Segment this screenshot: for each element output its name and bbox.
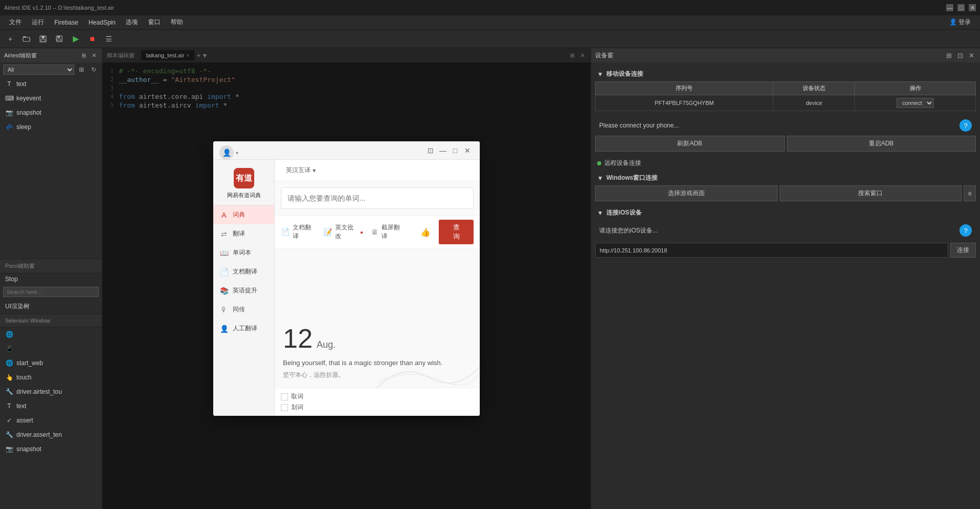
dict-sidebar-translate[interactable]: ⇄ 翻译 bbox=[213, 224, 274, 243]
dict-screen-translate-btn[interactable]: 🖥 截屏翻译 bbox=[371, 223, 404, 241]
select-game-button[interactable]: 选择游戏画面 bbox=[595, 185, 778, 201]
dict-huaci-checkbox[interactable]: 划词 bbox=[281, 403, 474, 412]
svg-rect-3 bbox=[42, 36, 45, 38]
ios-connect-button[interactable]: 连接 bbox=[950, 243, 976, 258]
file-translate-icon: 📄 bbox=[281, 228, 290, 236]
dict-body: 有道 网易有道词典 A 词典 ⇄ 翻译 📖 bbox=[213, 160, 480, 416]
windows-section-collapse[interactable]: ▼ Windows窗口连接 bbox=[595, 171, 976, 185]
device-panel-expand[interactable]: ⊞ bbox=[944, 51, 953, 60]
snapshot-icon: 📷 bbox=[5, 109, 13, 117]
save-button[interactable] bbox=[37, 33, 49, 45]
menu-help[interactable]: 帮助 bbox=[166, 16, 188, 29]
poco-search-input[interactable] bbox=[3, 287, 99, 297]
dict-file-translate-btn[interactable]: 📄 文档翻译 bbox=[281, 223, 315, 241]
dict-actions: 📄 文档翻译 📝 英文批改 ● 🖥 截屏翻译 bbox=[275, 216, 480, 249]
dict-sidebar-cidian[interactable]: A 词典 bbox=[213, 205, 274, 224]
title-bar-left: Airtest IDE v1.2.10 -- D:\test\taikang_t… bbox=[4, 5, 114, 11]
start-web-icon: 🌐 bbox=[5, 359, 13, 367]
maximize-button[interactable]: □ bbox=[957, 4, 965, 11]
airtest-item-text[interactable]: T text bbox=[0, 77, 102, 91]
dict-sidebar-english[interactable]: 📚 英语提升 bbox=[213, 281, 274, 300]
dict-sidebar-human-translate[interactable]: 👤 人工翻译 bbox=[213, 319, 274, 338]
dict-minimize-button[interactable]: — bbox=[437, 144, 449, 157]
windows-collapse-icon: ▼ bbox=[597, 175, 603, 182]
open-button[interactable] bbox=[21, 33, 33, 45]
airtest-item-keyevent[interactable]: ⌨ keyevent bbox=[0, 91, 102, 105]
ios-help-button[interactable]: ? bbox=[959, 224, 972, 237]
save-as-button[interactable]: + bbox=[53, 33, 66, 45]
expand-search-button[interactable]: ⊞ bbox=[76, 65, 87, 75]
menu-file[interactable]: 文件 bbox=[4, 16, 27, 29]
ios-section-collapse[interactable]: ▼ 连接iOS设备 bbox=[595, 205, 976, 220]
dict-overlay: 👤 ▾ ⊡ — □ ✕ 有道 网易有道词典 bbox=[103, 48, 590, 509]
col-status: 设备状态 bbox=[773, 82, 855, 95]
refresh-adb-button[interactable]: 刷新ADB bbox=[595, 136, 785, 152]
device-panel-close[interactable]: ✕ bbox=[967, 51, 976, 60]
ios-section: ▼ 连接iOS设备 请连接您的iOS设备... ? 连接 bbox=[595, 205, 976, 258]
login-button[interactable]: 👤 登录 bbox=[944, 16, 976, 29]
refresh-button[interactable]: ↻ bbox=[89, 65, 99, 75]
stop-button[interactable]: ■ bbox=[86, 33, 98, 45]
search-window-button[interactable]: 搜索窗口 bbox=[780, 185, 962, 201]
restart-adb-button[interactable]: 重启ADB bbox=[787, 136, 976, 152]
ui-tree-item[interactable]: UI渲染树 bbox=[0, 299, 102, 314]
device-action[interactable]: connect bbox=[855, 95, 976, 111]
dict-restore-button[interactable]: ⊡ bbox=[424, 144, 437, 157]
menu-headspin[interactable]: HeadSpin bbox=[84, 17, 121, 28]
dict-search-input[interactable] bbox=[281, 187, 474, 209]
dict-decorative-curve bbox=[377, 357, 480, 388]
selenium-driver-assert[interactable]: 🔧 driver.assert_ten bbox=[0, 428, 102, 442]
list-button[interactable]: ☰ bbox=[103, 33, 115, 45]
menu-options[interactable]: 选项 bbox=[120, 16, 143, 29]
col-action: 操作 bbox=[855, 82, 976, 95]
dict-date-month: Aug. bbox=[317, 340, 336, 350]
dict-sidebar-wordbook[interactable]: 📖 单词本 bbox=[213, 243, 274, 262]
selenium-start-web[interactable]: 🌐 start_web bbox=[0, 356, 102, 370]
dict-sidebar-doc-translate[interactable]: 📄 文档翻译 bbox=[213, 262, 274, 281]
profile-avatar[interactable]: 👤 bbox=[219, 145, 234, 160]
dict-logo-icon: 有道 bbox=[234, 168, 254, 188]
dict-sidebar-interpreter[interactable]: 🎙 同传 bbox=[213, 300, 274, 319]
dict-english-batch-btn[interactable]: 📝 英文批改 ● bbox=[323, 223, 363, 241]
airtest-item-sleep[interactable]: 💤 sleep bbox=[0, 120, 102, 134]
connect-dropdown[interactable]: connect bbox=[896, 98, 934, 108]
dict-takeci-checkbox[interactable]: 取词 bbox=[281, 392, 474, 401]
ios-url-input[interactable] bbox=[595, 243, 948, 258]
play-button[interactable]: ▶ bbox=[70, 33, 82, 45]
translate-icon: ⇄ bbox=[219, 230, 229, 238]
dict-close-button[interactable]: ✕ bbox=[461, 144, 474, 157]
mobile-section-collapse[interactable]: ▼ 移动设备连接 bbox=[595, 67, 976, 81]
mobile-collapse-icon: ▼ bbox=[597, 71, 603, 78]
search-select[interactable]: All bbox=[3, 65, 74, 75]
dict-maximize-button[interactable]: □ bbox=[449, 144, 461, 157]
selenium-web-btn[interactable]: 🌐 bbox=[0, 327, 102, 342]
selenium-assert[interactable]: ✓ assert bbox=[0, 413, 102, 428]
new-button[interactable]: + bbox=[4, 33, 16, 45]
close-button[interactable]: ✕ bbox=[969, 4, 976, 11]
selenium-mobile-btn[interactable]: 📱 bbox=[0, 342, 102, 356]
airtest-panel-close[interactable]: ✕ bbox=[90, 51, 98, 59]
windows-toggle-button[interactable]: ≡ bbox=[964, 185, 976, 201]
selenium-driver-airtest[interactable]: 🔧 driver.airtest_tou bbox=[0, 385, 102, 399]
menu-run[interactable]: 运行 bbox=[27, 16, 49, 29]
airtest-panel-expand[interactable]: ⊞ bbox=[79, 51, 88, 59]
minimize-button[interactable]: — bbox=[946, 4, 953, 11]
dict-search-button[interactable]: 查 询 bbox=[439, 220, 474, 244]
selenium-text[interactable]: T text bbox=[0, 399, 102, 413]
help-button[interactable]: ? bbox=[959, 119, 972, 132]
svg-rect-6 bbox=[57, 36, 60, 38]
device-table: 序列号 设备状态 操作 PFT4PBLF75GQHYBM device conn… bbox=[595, 81, 976, 111]
connect-status-text: Please connect your phone... bbox=[599, 122, 679, 129]
touch-icon: 👆 bbox=[5, 373, 13, 381]
menu-window[interactable]: 窗口 bbox=[143, 16, 166, 29]
main-layout: Airtest辅助窗 ⊞ ✕ All ⊞ ↻ T text ⌨ keyevent bbox=[0, 48, 980, 509]
ios-status-row: 请连接您的iOS设备... ? bbox=[595, 220, 976, 241]
menu-firebase[interactable]: Firebase bbox=[49, 17, 84, 28]
airtest-item-snapshot[interactable]: 📷 snapshot bbox=[0, 105, 102, 120]
selenium-touch[interactable]: 👆 touch bbox=[0, 370, 102, 385]
device-panel-header: 设备窗 ⊞ ⊡ ✕ bbox=[591, 48, 980, 62]
device-panel-float[interactable]: ⊡ bbox=[955, 51, 965, 60]
mode-chevron-icon: ▾ bbox=[313, 167, 316, 174]
selenium-snapshot[interactable]: 📷 snapshot bbox=[0, 442, 102, 456]
dict-mode-button[interactable]: 英汉互译 ▾ bbox=[281, 164, 321, 177]
